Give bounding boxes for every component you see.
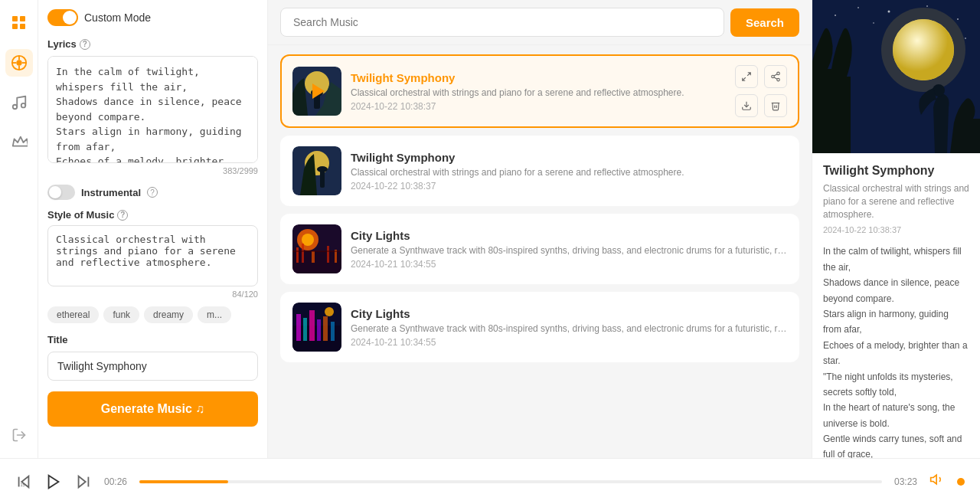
svg-rect-43 bbox=[323, 316, 328, 341]
sidebar: Custom Mode Lyrics ? In the calm of twil… bbox=[38, 0, 268, 458]
play-triangle bbox=[312, 83, 325, 99]
rp-lyrics: In the calm of twilight, whispers fill t… bbox=[823, 244, 969, 458]
style-music-label: Style of Music ? bbox=[47, 209, 258, 221]
svg-point-50 bbox=[926, 5, 928, 7]
expand-icon[interactable] bbox=[735, 65, 758, 88]
play-button[interactable] bbox=[41, 470, 66, 494]
icon-nav bbox=[0, 0, 38, 458]
svg-point-18 bbox=[772, 75, 775, 78]
result-desc: Classical orchestral with strings and pi… bbox=[351, 167, 787, 178]
result-desc: Generate a Synthwave track with 80s-insp… bbox=[351, 245, 787, 256]
rp-title: Twilight Symphony bbox=[823, 164, 969, 178]
result-item[interactable]: City Lights Generate a Synthwave track w… bbox=[280, 214, 799, 284]
total-time: 03:23 bbox=[894, 476, 917, 487]
style-char-count: 84/120 bbox=[47, 290, 258, 299]
nav-logout-icon[interactable] bbox=[5, 421, 33, 449]
svg-line-21 bbox=[774, 74, 777, 76]
tag-funk[interactable]: funk bbox=[103, 306, 139, 323]
style-music-textarea[interactable]: Classical orchestral with strings and pi… bbox=[47, 225, 258, 286]
custom-mode-toggle-row: Custom Mode bbox=[47, 9, 258, 26]
rp-desc: Classical orchestral with strings and pi… bbox=[823, 182, 969, 221]
svg-rect-32 bbox=[302, 244, 304, 263]
result-info: City Lights Generate a Synthwave track w… bbox=[351, 307, 787, 348]
result-title: Twilight Symphony bbox=[351, 151, 787, 164]
svg-point-45 bbox=[325, 307, 334, 316]
result-desc: Classical orchestral with strings and pi… bbox=[351, 87, 726, 98]
lyrics-label: Lyrics ? bbox=[47, 38, 258, 50]
svg-rect-39 bbox=[296, 314, 301, 341]
result-date: 2024-10-21 10:34:55 bbox=[351, 259, 787, 270]
share-icon[interactable] bbox=[764, 65, 787, 88]
svg-point-11 bbox=[21, 103, 25, 108]
custom-mode-toggle[interactable] bbox=[47, 9, 78, 26]
center-panel: Search bbox=[268, 0, 812, 458]
svg-rect-1 bbox=[20, 16, 25, 21]
svg-rect-3 bbox=[20, 24, 25, 29]
nav-grid-icon[interactable] bbox=[5, 9, 33, 37]
search-input[interactable] bbox=[280, 8, 724, 37]
instrumental-toggle[interactable] bbox=[47, 185, 75, 200]
svg-rect-2 bbox=[12, 24, 18, 29]
svg-point-10 bbox=[12, 105, 17, 110]
result-item[interactable]: Twilight Symphony Classical orchestral w… bbox=[280, 136, 799, 206]
lyrics-textarea[interactable]: In the calm of twilight, whispers fill t… bbox=[47, 56, 258, 163]
result-title: Twilight Symphony bbox=[351, 71, 726, 84]
nav-crown-icon[interactable] bbox=[5, 129, 33, 156]
action-icons-top bbox=[735, 65, 787, 88]
result-item[interactable]: City Lights Generate a Synthwave track w… bbox=[280, 292, 799, 362]
result-info: City Lights Generate a Synthwave track w… bbox=[351, 229, 787, 270]
rp-date: 2024-10-22 10:38:37 bbox=[823, 225, 969, 234]
result-item[interactable]: Twilight Symphony Classical orchestral w… bbox=[280, 54, 799, 128]
svg-point-48 bbox=[858, 7, 859, 8]
result-actions bbox=[735, 65, 787, 117]
title-input[interactable] bbox=[47, 352, 258, 381]
progress-bar[interactable] bbox=[139, 480, 882, 483]
action-icons-bottom bbox=[735, 94, 787, 117]
style-info-icon[interactable]: ? bbox=[117, 210, 128, 221]
delete-icon[interactable] bbox=[764, 94, 787, 117]
player-bar: 15 00:26 03:23 bbox=[0, 458, 980, 504]
right-panel-content: Twilight Symphony Classical orchestral w… bbox=[812, 153, 980, 458]
volume-icon[interactable] bbox=[929, 472, 945, 491]
result-title: City Lights bbox=[351, 229, 787, 242]
progress-fill bbox=[139, 480, 228, 483]
nav-music-icon[interactable] bbox=[5, 49, 33, 77]
orange-dot bbox=[957, 478, 965, 486]
search-button[interactable]: Search bbox=[730, 8, 799, 37]
tag-ethereal[interactable]: ethereal bbox=[47, 306, 99, 323]
play-overlay bbox=[292, 67, 341, 116]
svg-marker-64 bbox=[931, 475, 937, 484]
tag-more[interactable]: m... bbox=[198, 306, 231, 323]
download-icon[interactable] bbox=[735, 94, 758, 117]
album-art bbox=[812, 0, 980, 153]
tag-dreamy[interactable]: dreamy bbox=[144, 306, 193, 323]
search-bar: Search bbox=[268, 0, 812, 45]
svg-point-17 bbox=[777, 72, 780, 75]
instrumental-row: Instrumental ? bbox=[47, 185, 258, 200]
nav-note-icon[interactable] bbox=[5, 89, 33, 116]
svg-point-49 bbox=[888, 11, 890, 13]
rewind-button[interactable]: 15 bbox=[15, 473, 32, 490]
instrumental-info-icon[interactable]: ? bbox=[147, 187, 158, 198]
forward-button[interactable] bbox=[75, 473, 92, 490]
svg-rect-33 bbox=[312, 251, 315, 263]
result-desc: Generate a Synthwave track with 80s-insp… bbox=[351, 323, 787, 334]
result-date: 2024-10-21 10:34:55 bbox=[351, 337, 787, 348]
custom-mode-label: Custom Mode bbox=[84, 11, 151, 24]
svg-point-26 bbox=[317, 166, 328, 172]
lyrics-char-count: 383/2999 bbox=[47, 166, 258, 175]
generate-music-button[interactable]: Generate Music ♫ bbox=[47, 391, 258, 427]
result-title: City Lights bbox=[351, 307, 787, 320]
current-time: 00:26 bbox=[104, 476, 127, 487]
svg-rect-42 bbox=[317, 319, 321, 341]
svg-text:15: 15 bbox=[20, 483, 24, 487]
svg-rect-40 bbox=[303, 318, 307, 341]
svg-rect-0 bbox=[12, 16, 18, 21]
results-list: Twilight Symphony Classical orchestral w… bbox=[268, 45, 812, 458]
svg-rect-34 bbox=[327, 246, 329, 263]
result-info: Twilight Symphony Classical orchestral w… bbox=[351, 151, 787, 191]
svg-point-56 bbox=[893, 19, 954, 80]
svg-point-19 bbox=[777, 78, 780, 81]
result-info: Twilight Symphony Classical orchestral w… bbox=[351, 71, 726, 112]
lyrics-info-icon[interactable]: ? bbox=[80, 39, 90, 50]
